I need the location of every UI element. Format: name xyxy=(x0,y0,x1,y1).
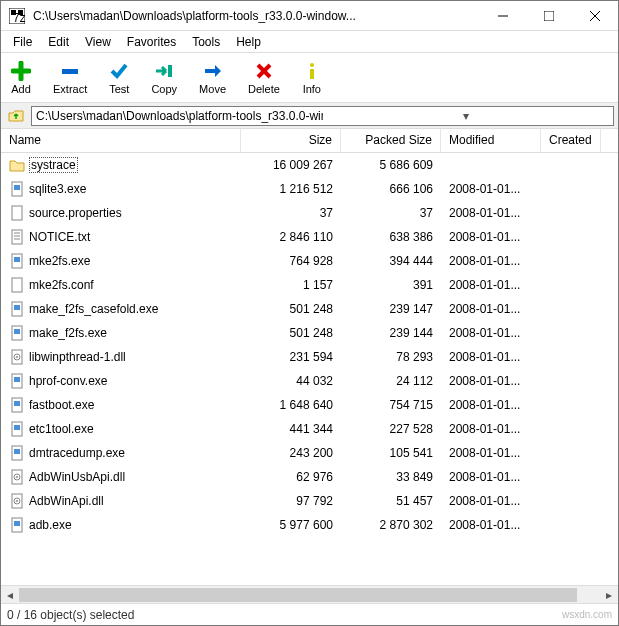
maximize-button[interactable] xyxy=(526,1,572,31)
up-button[interactable] xyxy=(5,106,27,126)
file-created xyxy=(541,259,601,263)
file-row[interactable]: AdbWinApi.dll97 79251 4572008-01-01... xyxy=(1,489,618,513)
file-name: AdbWinUsbApi.dll xyxy=(29,470,125,484)
file-row[interactable]: adb.exe5 977 6002 870 3022008-01-01... xyxy=(1,513,618,537)
file-modified: 2008-01-01... xyxy=(441,492,541,510)
file-row[interactable]: make_f2fs.exe501 248239 1442008-01-01... xyxy=(1,321,618,345)
file-row[interactable]: dmtracedump.exe243 200105 5412008-01-01.… xyxy=(1,441,618,465)
file-icon xyxy=(9,277,25,293)
menu-file[interactable]: File xyxy=(5,33,40,51)
col-modified[interactable]: Modified xyxy=(441,129,541,152)
copy-button[interactable]: Copy xyxy=(147,59,181,97)
exe-icon xyxy=(9,373,25,389)
path-input[interactable]: C:\Users\madan\Downloads\platform-tools_… xyxy=(31,106,614,126)
file-row[interactable]: sqlite3.exe1 216 512666 1062008-01-01... xyxy=(1,177,618,201)
x-icon xyxy=(254,61,274,81)
menu-edit[interactable]: Edit xyxy=(40,33,77,51)
watermark: wsxdn.com xyxy=(562,609,612,620)
menu-help[interactable]: Help xyxy=(228,33,269,51)
add-button[interactable]: Add xyxy=(7,59,35,97)
file-size: 764 928 xyxy=(241,252,341,270)
file-size: 44 032 xyxy=(241,372,341,390)
svg-rect-15 xyxy=(12,230,22,244)
scroll-track[interactable] xyxy=(19,586,600,604)
file-rows[interactable]: systrace16 009 2675 686 609sqlite3.exe1 … xyxy=(1,153,618,585)
exe-icon xyxy=(9,325,25,341)
info-icon xyxy=(302,61,322,81)
file-row[interactable]: libwinpthread-1.dll231 59478 2932008-01-… xyxy=(1,345,618,369)
file-name: make_f2fs_casefold.exe xyxy=(29,302,158,316)
file-packed-size: 78 293 xyxy=(341,348,441,366)
file-name: source.properties xyxy=(29,206,122,220)
horizontal-scrollbar[interactable]: ◂ ▸ xyxy=(1,585,618,603)
file-modified: 2008-01-01... xyxy=(441,420,541,438)
file-list: Name Size Packed Size Modified Created s… xyxy=(1,129,618,585)
file-name: fastboot.exe xyxy=(29,398,94,412)
menu-favorites[interactable]: Favorites xyxy=(119,33,184,51)
title-bar: 7z C:\Users\madan\Downloads\platform-too… xyxy=(1,1,618,31)
test-button[interactable]: Test xyxy=(105,59,133,97)
minimize-button[interactable] xyxy=(480,1,526,31)
svg-rect-30 xyxy=(14,377,20,382)
scroll-right-icon[interactable]: ▸ xyxy=(600,586,618,604)
file-row[interactable]: mke2fs.exe764 928394 4442008-01-01... xyxy=(1,249,618,273)
file-row[interactable]: NOTICE.txt2 846 110638 3862008-01-01... xyxy=(1,225,618,249)
file-row[interactable]: fastboot.exe1 648 640754 7152008-01-01..… xyxy=(1,393,618,417)
svg-rect-14 xyxy=(12,206,22,220)
exe-icon xyxy=(9,517,25,533)
svg-rect-5 xyxy=(544,11,554,21)
file-packed-size: 227 528 xyxy=(341,420,441,438)
file-row[interactable]: etc1tool.exe441 344227 5282008-01-01... xyxy=(1,417,618,441)
file-modified: 2008-01-01... xyxy=(441,444,541,462)
exe-icon xyxy=(9,421,25,437)
col-size[interactable]: Size xyxy=(241,129,341,152)
file-size: 97 792 xyxy=(241,492,341,510)
close-button[interactable] xyxy=(572,1,618,31)
file-modified: 2008-01-01... xyxy=(441,324,541,342)
col-created[interactable]: Created xyxy=(541,129,601,152)
menu-view[interactable]: View xyxy=(77,33,119,51)
svg-rect-11 xyxy=(310,69,314,79)
file-packed-size: 754 715 xyxy=(341,396,441,414)
file-row[interactable]: mke2fs.conf1 1573912008-01-01... xyxy=(1,273,618,297)
svg-rect-20 xyxy=(14,257,20,262)
column-headers: Name Size Packed Size Modified Created xyxy=(1,129,618,153)
file-name-cell: source.properties xyxy=(1,203,241,223)
file-packed-size: 638 386 xyxy=(341,228,441,246)
col-name[interactable]: Name xyxy=(1,129,241,152)
scroll-left-icon[interactable]: ◂ xyxy=(1,586,19,604)
check-icon xyxy=(109,61,129,81)
col-packed-size[interactable]: Packed Size xyxy=(341,129,441,152)
menu-tools[interactable]: Tools xyxy=(184,33,228,51)
window-title: C:\Users\madan\Downloads\platform-tools_… xyxy=(33,9,480,23)
file-modified: 2008-01-01... xyxy=(441,276,541,294)
file-packed-size: 24 112 xyxy=(341,372,441,390)
file-row[interactable]: systrace16 009 2675 686 609 xyxy=(1,153,618,177)
svg-rect-32 xyxy=(14,401,20,406)
file-packed-size: 37 xyxy=(341,204,441,222)
file-packed-size: 394 444 xyxy=(341,252,441,270)
file-row[interactable]: make_f2fs_casefold.exe501 248239 1472008… xyxy=(1,297,618,321)
info-button[interactable]: Info xyxy=(298,59,326,97)
delete-button[interactable]: Delete xyxy=(244,59,284,97)
move-button[interactable]: Move xyxy=(195,59,230,97)
file-name: libwinpthread-1.dll xyxy=(29,350,126,364)
file-row[interactable]: AdbWinUsbApi.dll62 97633 8492008-01-01..… xyxy=(1,465,618,489)
minus-icon xyxy=(60,61,80,81)
file-packed-size: 239 144 xyxy=(341,324,441,342)
extract-button[interactable]: Extract xyxy=(49,59,91,97)
folder-up-icon xyxy=(8,108,24,124)
chevron-down-icon[interactable]: ▾ xyxy=(323,109,610,123)
file-created xyxy=(541,163,601,167)
file-name-cell: mke2fs.exe xyxy=(1,251,241,271)
file-created xyxy=(541,499,601,503)
file-name: systrace xyxy=(29,157,78,173)
file-row[interactable]: source.properties37372008-01-01... xyxy=(1,201,618,225)
svg-rect-34 xyxy=(14,425,20,430)
file-row[interactable]: hprof-conv.exe44 03224 1122008-01-01... xyxy=(1,369,618,393)
path-bar: C:\Users\madan\Downloads\platform-tools_… xyxy=(1,103,618,129)
file-created xyxy=(541,475,601,479)
scroll-thumb[interactable] xyxy=(19,588,577,602)
svg-rect-8 xyxy=(62,69,78,74)
dll-icon xyxy=(9,493,25,509)
